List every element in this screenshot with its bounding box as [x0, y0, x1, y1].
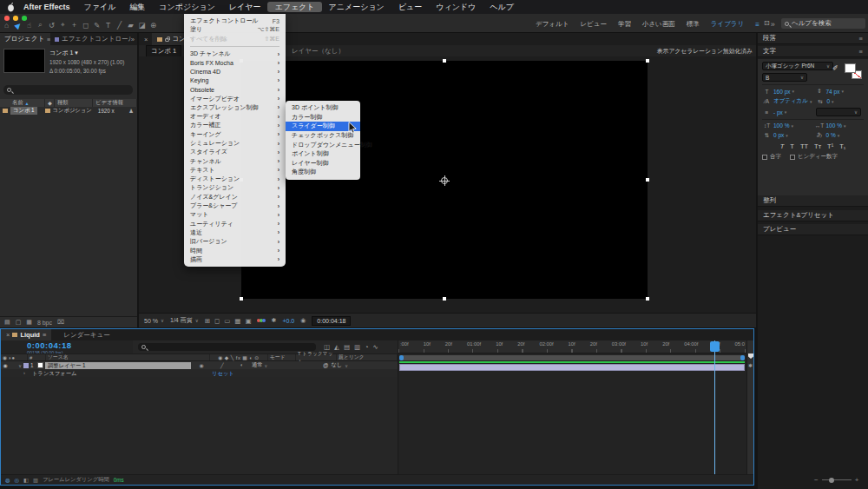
pan-behind-tool-icon[interactable]: + — [70, 21, 78, 30]
transparency-grid-icon[interactable]: ▦ — [234, 317, 240, 325]
stroke-width-field[interactable]: ≡- px▾ — [762, 109, 812, 116]
motion-blur-icon[interactable]: ◔ — [365, 343, 369, 351]
font-size-field[interactable]: T160 px▾ — [762, 89, 812, 95]
anchor-point-icon[interactable] — [441, 177, 448, 184]
label-color-chip[interactable] — [23, 363, 29, 368]
close-panel-icon[interactable]: × — [6, 331, 10, 339]
camera-view-icon[interactable]: ▣ — [245, 317, 251, 325]
menu-item[interactable]: Boris FX Mocha › — [184, 58, 286, 67]
vertical-scale-field[interactable]: ↕T100 %▾ — [762, 122, 812, 129]
layer-switch-icon[interactable]: ╱ — [220, 362, 224, 368]
comp-marker-icon[interactable] — [748, 354, 753, 359]
column-parent-link[interactable]: 親とリンク — [337, 354, 398, 360]
tab-render-queue[interactable]: レンダーキュー — [63, 331, 109, 340]
new-folder-icon[interactable]: ▢ — [16, 319, 22, 326]
font-family-dropdown[interactable]: 小塚ゴシック Pr6N∨ — [762, 62, 833, 70]
footer-toggle-icon[interactable]: ◧ — [23, 477, 29, 483]
orbit-camera-tool-icon[interactable]: ↺ — [48, 21, 56, 30]
preview-panel-header[interactable]: プレビュー — [758, 224, 868, 235]
viewer-timecode[interactable]: 0:00:04:18 — [312, 316, 351, 326]
snapshot-icon[interactable]: ◉ — [300, 317, 306, 324]
pen-tool-icon[interactable]: ✎ — [93, 21, 101, 30]
clone-stamp-tool-icon[interactable]: ▰ — [127, 21, 135, 30]
mask-visibility-icon[interactable]: ◻ — [214, 317, 220, 325]
draft-3d-icon[interactable]: ◭ — [334, 343, 339, 351]
layer-row[interactable]: ◉ ∨ 1 調整レイヤー 1 ◉╱◐ 通常∨ @ なし∨ — [1, 361, 398, 369]
zoom-tool-icon[interactable]: ⌕ — [36, 20, 44, 30]
blend-mode-dropdown[interactable]: 通常∨ — [252, 361, 280, 369]
home-tool-icon[interactable]: ⌂ — [3, 21, 10, 30]
comp-viewer-tab[interactable]: コンポ 1 — [146, 45, 181, 57]
timeline-track-area[interactable]: :00f10f20f01:00f10f20f02:00f10f20f03:00f… — [398, 340, 746, 474]
lock-icon[interactable] — [165, 38, 169, 42]
footer-toggle-icon[interactable]: ▥ — [33, 477, 38, 483]
column-video-info[interactable]: ビデオ情報 — [93, 99, 137, 107]
fill-color-swatch[interactable] — [845, 63, 856, 73]
transform-group-row[interactable]: › トランスフォーム リセット — [1, 369, 398, 377]
menubar-item[interactable]: ファイル — [77, 2, 123, 12]
track-camera-tool-icon[interactable]: ⌖ — [59, 20, 67, 30]
twirl-icon[interactable]: › — [23, 370, 25, 375]
menu-item[interactable]: キーイング › — [184, 130, 286, 139]
resolution-dropdown[interactable]: 1/4 画質∨ — [170, 316, 199, 325]
menubar-item[interactable]: ビュー — [391, 2, 429, 12]
twirl-icon[interactable]: ∨ — [10, 363, 22, 368]
type-tool-icon[interactable]: T — [104, 21, 112, 30]
workspace-menu-icon[interactable]: ≡ — [755, 21, 760, 29]
menubar-item[interactable]: 編集 — [122, 2, 152, 12]
zoom-out-icon[interactable]: − — [814, 476, 819, 484]
comp-name-label[interactable]: コンポ 1 ▾ — [49, 49, 124, 58]
style-toggle-button[interactable]: T¹ — [827, 142, 833, 150]
workspace-tab[interactable]: 小さい画面 — [642, 20, 675, 29]
hindi-digits-checkbox[interactable]: ヒンディー数字 — [790, 153, 838, 161]
tab-project[interactable]: プロジェクト ≡ — [0, 33, 50, 45]
region-of-interest-icon[interactable]: ▭ — [224, 317, 230, 325]
style-toggle-button[interactable]: Tᴛ — [814, 142, 821, 150]
submenu-item[interactable]: 3D ポイント制御 — [286, 103, 360, 113]
menu-item[interactable]: すべてを削除 ⇧⌘E › — [184, 35, 286, 43]
menubar-item[interactable]: ヘルプ — [483, 2, 521, 12]
layer-viewer-tab[interactable]: レイヤー（なし） — [292, 47, 345, 56]
apple-menu-icon[interactable] — [7, 3, 15, 12]
interpret-footage-icon[interactable]: ▤ — [4, 319, 10, 326]
help-search-input[interactable]: ヘルプを検索 — [781, 18, 865, 29]
timeline-scrollbar[interactable]: ✱ — [746, 340, 753, 474]
composition-frame[interactable] — [241, 61, 648, 299]
transform-reset-link[interactable]: リセット — [212, 370, 234, 378]
effects-presets-panel-header[interactable]: エフェクト&プリセット — [758, 210, 868, 221]
column-label-color[interactable]: ◆ — [45, 99, 55, 107]
selection-handle[interactable] — [443, 297, 446, 301]
workspace-tab[interactable]: 標準 — [687, 20, 700, 29]
tsume-field[interactable]: あ0 %▾ — [815, 131, 865, 139]
layer-switch-icon[interactable]: ◐ — [240, 362, 244, 368]
menu-item[interactable]: ユーティリティ › — [184, 220, 286, 228]
new-composition-icon[interactable]: ▦ — [26, 319, 32, 326]
submenu-item[interactable]: 角度制御 — [286, 168, 360, 177]
layer-color-swatch[interactable] — [37, 362, 43, 368]
column-source-name[interactable]: ソース名 — [46, 354, 210, 360]
column-track-matte[interactable]: T トラックマット — [296, 354, 337, 360]
grid-guides-icon[interactable]: ⊞ — [205, 317, 210, 325]
comp-button-icon[interactable]: ✱ — [748, 362, 753, 368]
eye-icon[interactable]: ◉ — [1, 362, 10, 368]
style-toggle-button[interactable]: T — [780, 142, 785, 150]
menu-item[interactable]: › — [190, 46, 279, 47]
selection-tool-icon[interactable]: ▶ — [12, 19, 23, 30]
submenu-item[interactable]: ドロップダウンメニュー制御 — [286, 140, 360, 149]
menu-item[interactable]: ディストーション › — [184, 175, 286, 183]
menu-item[interactable]: 3D チャンネル › — [184, 50, 286, 58]
more-tabs-icon[interactable]: » — [131, 36, 137, 43]
playhead-handle[interactable] — [710, 341, 720, 352]
footer-toggle-icon[interactable]: ◍ — [5, 477, 10, 483]
puppet-pin-tool-icon[interactable]: ⊕ — [149, 21, 157, 30]
menu-item[interactable]: 旧バージョン › — [184, 237, 286, 246]
current-time-display[interactable]: 0:00:04:18 00138 (30.00 fps) — [1, 340, 133, 354]
layer-name[interactable]: 調整レイヤー 1 — [45, 362, 191, 369]
submenu-item[interactable]: レイヤー制御 — [286, 159, 360, 169]
menu-item[interactable]: トランジション › — [184, 183, 286, 192]
selection-handle[interactable] — [646, 59, 649, 63]
eraser-tool-icon[interactable]: ◪ — [138, 21, 146, 30]
menu-item[interactable]: ノイズ&グレイン › — [184, 193, 286, 202]
brush-tool-icon[interactable]: ╱ — [115, 21, 123, 30]
menubar-item[interactable]: ウィンドウ — [429, 2, 483, 12]
